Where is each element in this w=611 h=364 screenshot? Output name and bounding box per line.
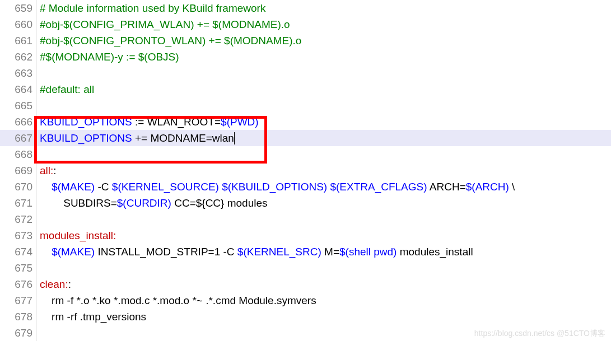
code-token bbox=[40, 246, 52, 258]
code-line[interactable]: 665 bbox=[0, 97, 611, 114]
code-token: += MODNAME=wlan bbox=[132, 132, 234, 144]
code-token: : bbox=[53, 165, 56, 176]
line-number: 660 bbox=[0, 16, 36, 32]
line-number: 667 bbox=[0, 130, 36, 146]
code-token: SUBDIRS= bbox=[40, 197, 117, 209]
code-line[interactable]: 677 rm -f *.o *.ko *.mod.c *.mod.o *~ .*… bbox=[0, 292, 611, 309]
line-number: 662 bbox=[0, 49, 36, 65]
code-line[interactable]: 675 bbox=[0, 260, 611, 276]
line-number: 679 bbox=[0, 325, 36, 341]
code-token: #obj-$(CONFIG_PRONTO_WLAN) += $(MODNAME)… bbox=[40, 35, 301, 46]
line-number: 663 bbox=[0, 65, 36, 81]
code-token: : bbox=[68, 278, 71, 290]
line-number: 674 bbox=[0, 244, 36, 260]
code-token: rm -rf .tmp_versions bbox=[40, 311, 146, 323]
line-number: 665 bbox=[0, 97, 36, 114]
code-token: -C bbox=[95, 181, 112, 193]
code-line[interactable]: 676clean:: bbox=[0, 276, 611, 292]
code-token: CC=${CC} modules bbox=[171, 197, 268, 209]
code-content[interactable]: #default: all bbox=[40, 81, 611, 97]
line-number: 668 bbox=[0, 146, 36, 162]
code-token: #$(MODNAME)-y := $(OBJS) bbox=[40, 51, 179, 63]
code-token: KBUILD_OPTIONS bbox=[40, 116, 132, 128]
code-content[interactable]: #obj-$(CONFIG_PRONTO_WLAN) += $(MODNAME)… bbox=[40, 32, 611, 49]
line-number: 671 bbox=[0, 195, 36, 211]
code-token: $(PWD) bbox=[221, 116, 259, 128]
code-token: $(MAKE) bbox=[52, 181, 95, 193]
code-token: KBUILD_OPTIONS bbox=[40, 132, 132, 144]
text-cursor bbox=[234, 132, 235, 144]
code-token: $(ARCH) bbox=[466, 181, 509, 193]
code-content[interactable]: modules_install: bbox=[40, 227, 611, 244]
code-line[interactable]: 671 SUBDIRS=$(CURDIR) CC=${CC} modules bbox=[0, 195, 611, 211]
code-content[interactable]: KBUILD_OPTIONS := WLAN_ROOT=$(PWD) bbox=[40, 114, 611, 130]
code-content[interactable]: # Module information used by KBuild fram… bbox=[40, 0, 611, 16]
code-line[interactable]: 678 rm -rf .tmp_versions bbox=[0, 309, 611, 325]
code-line[interactable]: 668 bbox=[0, 146, 611, 162]
code-token: modules_install bbox=[397, 246, 473, 258]
code-content[interactable] bbox=[40, 65, 611, 81]
line-number: 670 bbox=[0, 179, 36, 195]
code-content[interactable]: rm -f *.o *.ko *.mod.c *.mod.o *~ .*.cmd… bbox=[40, 292, 611, 309]
code-line[interactable]: 679 bbox=[0, 325, 611, 341]
line-number: 677 bbox=[0, 292, 36, 309]
code-content[interactable]: rm -rf .tmp_versions bbox=[40, 309, 611, 325]
line-number: 673 bbox=[0, 227, 36, 244]
code-content[interactable] bbox=[40, 325, 611, 341]
code-content[interactable]: SUBDIRS=$(CURDIR) CC=${CC} modules bbox=[40, 195, 611, 211]
code-line[interactable]: 662#$(MODNAME)-y := $(OBJS) bbox=[0, 49, 611, 65]
code-token: #default: all bbox=[40, 83, 94, 95]
code-content[interactable]: #$(MODNAME)-y := $(OBJS) bbox=[40, 49, 611, 65]
line-number: 661 bbox=[0, 32, 36, 49]
line-number: 678 bbox=[0, 309, 36, 325]
line-number: 664 bbox=[0, 81, 36, 97]
code-line[interactable]: 659# Module information used by KBuild f… bbox=[0, 0, 611, 16]
code-token: $(EXTRA_CFLAGS) bbox=[330, 181, 427, 193]
code-token: \ bbox=[509, 181, 515, 193]
code-content[interactable]: $(MAKE) -C $(KERNEL_SOURCE) $(KBUILD_OPT… bbox=[40, 179, 611, 195]
code-token: INSTALL_MOD_STRIP=1 -C bbox=[95, 246, 237, 258]
code-content[interactable]: $(MAKE) INSTALL_MOD_STRIP=1 -C $(KERNEL_… bbox=[40, 244, 611, 260]
code-content[interactable] bbox=[40, 97, 611, 114]
code-token: $(KERNEL_SRC) bbox=[237, 246, 321, 258]
code-token: all: bbox=[40, 165, 53, 176]
line-number: 659 bbox=[0, 0, 36, 16]
code-token: := WLAN_ROOT= bbox=[132, 116, 221, 128]
line-number: 676 bbox=[0, 276, 36, 292]
line-number: 672 bbox=[0, 211, 36, 227]
code-token: $(KERNEL_SOURCE) bbox=[112, 181, 219, 193]
code-token: #obj-$(CONFIG_PRIMA_WLAN) += $(MODNAME).… bbox=[40, 18, 290, 30]
code-line[interactable]: 669all:: bbox=[0, 162, 611, 179]
code-line[interactable]: 674 $(MAKE) INSTALL_MOD_STRIP=1 -C $(KER… bbox=[0, 244, 611, 260]
code-line[interactable]: 673modules_install: bbox=[0, 227, 611, 244]
code-line[interactable]: 670 $(MAKE) -C $(KERNEL_SOURCE) $(KBUILD… bbox=[0, 179, 611, 195]
code-content[interactable]: all:: bbox=[40, 162, 611, 179]
code-content[interactable] bbox=[40, 260, 611, 276]
line-number: 669 bbox=[0, 162, 36, 179]
code-line[interactable]: 666KBUILD_OPTIONS := WLAN_ROOT=$(PWD) bbox=[0, 114, 611, 130]
code-content[interactable]: #obj-$(CONFIG_PRIMA_WLAN) += $(MODNAME).… bbox=[40, 16, 611, 32]
line-number: 675 bbox=[0, 260, 36, 276]
code-editor[interactable]: 659# Module information used by KBuild f… bbox=[0, 0, 611, 341]
code-content[interactable]: clean:: bbox=[40, 276, 611, 292]
code-line[interactable]: 667KBUILD_OPTIONS += MODNAME=wlan bbox=[0, 130, 611, 146]
code-token: $(shell pwd) bbox=[339, 246, 397, 258]
code-line[interactable]: 672 bbox=[0, 211, 611, 227]
code-line[interactable]: 661#obj-$(CONFIG_PRONTO_WLAN) += $(MODNA… bbox=[0, 32, 611, 49]
code-content[interactable] bbox=[40, 211, 611, 227]
code-token: # Module information used by KBuild fram… bbox=[40, 2, 265, 14]
code-token: $(KBUILD_OPTIONS) bbox=[222, 181, 327, 193]
code-token: rm -f *.o *.ko *.mod.c *.mod.o *~ .*.cmd… bbox=[40, 295, 316, 306]
code-content[interactable]: KBUILD_OPTIONS += MODNAME=wlan bbox=[40, 130, 611, 146]
code-token: M= bbox=[321, 246, 339, 258]
code-token: ARCH= bbox=[427, 181, 466, 193]
line-number: 666 bbox=[0, 114, 36, 130]
code-token bbox=[40, 181, 52, 193]
code-line[interactable]: 664#default: all bbox=[0, 81, 611, 97]
code-token: clean: bbox=[40, 278, 68, 290]
code-line[interactable]: 660#obj-$(CONFIG_PRIMA_WLAN) += $(MODNAM… bbox=[0, 16, 611, 32]
code-token: modules_install: bbox=[40, 230, 116, 241]
code-line[interactable]: 663 bbox=[0, 65, 611, 81]
code-token: $(CURDIR) bbox=[117, 197, 171, 209]
code-content[interactable] bbox=[40, 146, 611, 162]
